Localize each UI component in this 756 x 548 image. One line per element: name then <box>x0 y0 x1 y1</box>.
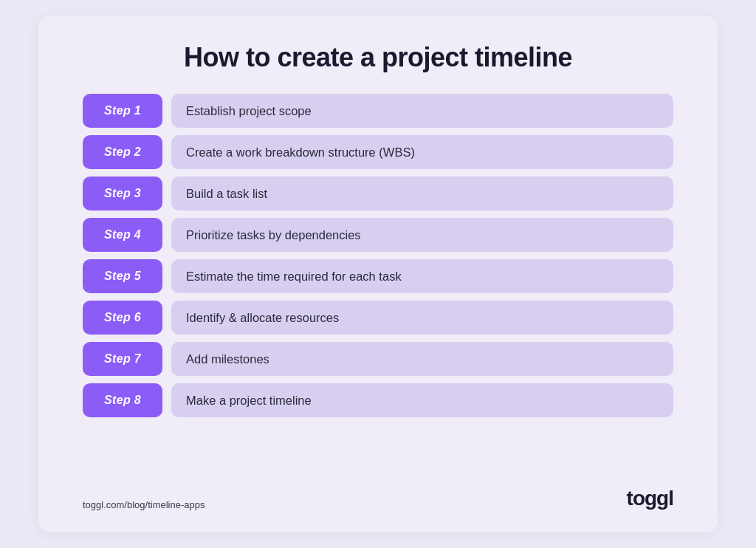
step-description-2: Create a work breakdown structure (WBS) <box>171 135 673 169</box>
step-badge-8: Step 8 <box>83 383 162 417</box>
step-badge-1: Step 1 <box>83 94 162 128</box>
step-badge-2: Step 2 <box>83 135 162 169</box>
step-badge-7: Step 7 <box>83 342 162 376</box>
step-badge-3: Step 3 <box>83 177 162 210</box>
step-row-2: Step 2Create a work breakdown structure … <box>83 135 673 169</box>
step-description-3: Build a task list <box>171 177 673 210</box>
step-description-6: Identify & allocate resources <box>171 301 673 335</box>
step-row-7: Step 7Add milestones <box>83 342 673 376</box>
step-description-4: Prioritize tasks by dependencies <box>171 218 673 252</box>
step-description-1: Establish project scope <box>171 94 673 128</box>
step-badge-5: Step 5 <box>83 259 162 293</box>
footer: toggl.com/blog/timeline-apps toggl <box>83 487 673 510</box>
step-badge-6: Step 6 <box>83 301 162 335</box>
step-description-5: Estimate the time required for each task <box>171 259 673 293</box>
main-card: How to create a project timeline Step 1E… <box>38 16 718 532</box>
step-badge-4: Step 4 <box>83 218 162 252</box>
steps-list: Step 1Establish project scopeStep 2Creat… <box>83 94 673 476</box>
step-row-3: Step 3Build a task list <box>83 177 673 210</box>
toggl-logo: toggl <box>627 487 673 510</box>
step-row-1: Step 1Establish project scope <box>83 94 673 128</box>
step-row-6: Step 6Identify & allocate resources <box>83 301 673 335</box>
step-row-8: Step 8Make a project timeline <box>83 383 673 417</box>
step-row-4: Step 4Prioritize tasks by dependencies <box>83 218 673 252</box>
step-description-7: Add milestones <box>171 342 673 376</box>
footer-url: toggl.com/blog/timeline-apps <box>83 499 205 510</box>
step-row-5: Step 5Estimate the time required for eac… <box>83 259 673 293</box>
step-description-8: Make a project timeline <box>171 383 673 417</box>
page-title: How to create a project timeline <box>83 42 673 73</box>
